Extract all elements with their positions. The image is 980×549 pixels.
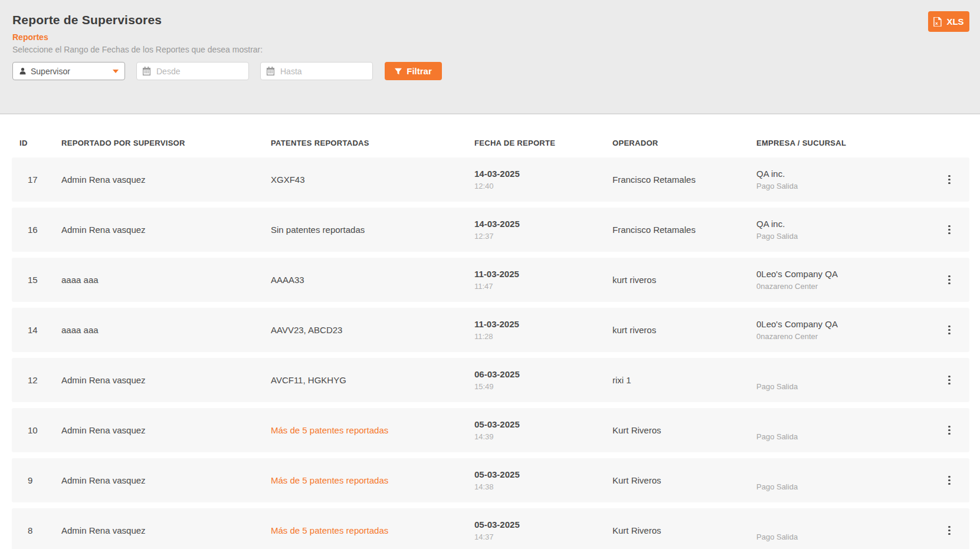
row-id: 16 [19, 225, 61, 235]
row-actions-kebab-menu-icon[interactable] [929, 369, 969, 392]
row-operador: kurt riveros [612, 275, 756, 285]
row-patentes: AAVV23, ABCD23 [271, 325, 474, 335]
row-empresa [756, 369, 929, 380]
row-sucursal: Pago Salida [756, 432, 929, 442]
export-xls-button[interactable]: x XLS [928, 11, 969, 32]
row-operador: kurt riveros [612, 325, 756, 335]
table-row: 9 Admin Rena vasquez Más de 5 patentes r… [12, 458, 969, 502]
column-header-supervisor: REPORTADO POR SUPERVISOR [61, 139, 271, 147]
user-icon [19, 67, 27, 75]
row-id: 8 [19, 525, 61, 535]
row-hora: 11:28 [474, 331, 612, 341]
row-operador: Kurt Riveros [612, 425, 756, 435]
report-table: ID REPORTADO POR SUPERVISOR PATENTES REP… [0, 139, 980, 549]
export-xls-label: XLS [946, 17, 963, 27]
caret-down-icon [113, 70, 119, 73]
table-row: 14 aaaa aaa AAVV23, ABCD23 11-03-2025 11… [12, 308, 969, 352]
hasta-date-input[interactable] [260, 62, 373, 80]
row-supervisor: Admin Rena vasquez [61, 175, 271, 185]
row-empresa-sucursal: QA inc. Pago Salida [756, 218, 929, 241]
row-actions-kebab-menu-icon[interactable] [929, 168, 969, 192]
row-fecha: 11-03-2025 [474, 318, 612, 330]
row-empresa-sucursal: QA inc. Pago Salida [756, 168, 929, 191]
row-hora: 11:47 [474, 281, 612, 291]
row-empresa: QA inc. [756, 218, 929, 229]
row-fecha-reporte: 05-03-2025 14:38 [474, 469, 612, 492]
filtrar-button-label: Filtrar [407, 66, 432, 76]
row-hora: 14:39 [474, 432, 612, 442]
breadcrumb-reportes[interactable]: Reportes [12, 32, 969, 42]
table-header-row: ID REPORTADO POR SUPERVISOR PATENTES REP… [12, 139, 969, 147]
filtrar-button[interactable]: Filtrar [385, 62, 442, 80]
row-operador: Francisco Retamales [612, 175, 756, 185]
row-sucursal: 0nazareno Center [756, 331, 929, 341]
table-row: 17 Admin Rena vasquez XGXF43 14-03-2025 … [12, 157, 969, 202]
row-supervisor: aaaa aaa [61, 325, 271, 335]
row-actions-kebab-menu-icon[interactable] [929, 268, 969, 292]
row-actions-kebab-menu-icon[interactable] [929, 519, 969, 543]
row-actions-kebab-menu-icon[interactable] [929, 218, 969, 242]
xls-file-icon: x [933, 17, 942, 27]
row-fecha: 14-03-2025 [474, 168, 612, 179]
filter-funnel-icon [395, 68, 402, 75]
row-fecha: 06-03-2025 [474, 369, 612, 380]
row-id: 10 [19, 425, 61, 435]
row-actions-kebab-menu-icon[interactable] [929, 318, 969, 342]
row-fecha: 11-03-2025 [474, 268, 612, 280]
row-sucursal: Pago Salida [756, 482, 929, 492]
top-panel: Reporte de Supervisores Reportes Selecci… [0, 0, 980, 114]
row-patentes[interactable]: Más de 5 patentes reportadas [271, 525, 474, 535]
row-empresa [756, 519, 929, 530]
date-range-instruction: Seleccione el Rango de Fechas de los Rep… [12, 45, 969, 54]
row-empresa-sucursal: Pago Salida [756, 469, 929, 492]
table-body: 17 Admin Rena vasquez XGXF43 14-03-2025 … [12, 157, 969, 549]
row-actions-kebab-menu-icon[interactable] [929, 419, 969, 442]
row-patentes[interactable]: Más de 5 patentes reportadas [271, 425, 474, 435]
row-empresa: 0Leo's Company QA [756, 268, 929, 280]
row-empresa-sucursal: Pago Salida [756, 519, 929, 542]
row-id: 14 [19, 325, 61, 335]
supervisor-select[interactable]: Supervisor [12, 62, 125, 80]
row-patentes: AAAA33 [271, 275, 474, 285]
row-supervisor: Admin Rena vasquez [61, 225, 271, 235]
row-fecha-reporte: 11-03-2025 11:28 [474, 318, 612, 341]
row-empresa: 0Leo's Company QA [756, 318, 929, 330]
row-fecha-reporte: 05-03-2025 14:39 [474, 419, 612, 442]
row-fecha-reporte: 14-03-2025 12:40 [474, 168, 612, 191]
row-fecha: 14-03-2025 [474, 218, 612, 229]
row-sucursal: Pago Salida [756, 181, 929, 191]
row-fecha: 05-03-2025 [474, 519, 612, 530]
supervisor-select-value: Supervisor [31, 67, 113, 76]
table-row: 12 Admin Rena vasquez AVCF11, HGKHYG 06-… [12, 358, 969, 402]
row-fecha-reporte: 11-03-2025 11:47 [474, 268, 612, 291]
row-operador: Kurt Riveros [612, 525, 756, 535]
row-hora: 12:37 [474, 231, 612, 241]
row-patentes[interactable]: Más de 5 patentes reportadas [271, 475, 474, 485]
row-actions-kebab-menu-icon[interactable] [929, 469, 969, 492]
row-empresa: QA inc. [756, 168, 929, 179]
row-supervisor: Admin Rena vasquez [61, 425, 271, 435]
svg-text:x: x [936, 20, 939, 25]
row-sucursal: 0nazareno Center [756, 281, 929, 291]
column-header-operador: OPERADOR [612, 139, 756, 147]
row-empresa [756, 469, 929, 480]
row-supervisor: Admin Rena vasquez [61, 375, 271, 385]
row-patentes: XGXF43 [271, 175, 474, 185]
table-row: 16 Admin Rena vasquez Sin patentes repor… [12, 208, 969, 252]
table-row: 8 Admin Rena vasquez Más de 5 patentes r… [12, 508, 969, 549]
row-fecha: 05-03-2025 [474, 419, 612, 430]
row-id: 12 [19, 375, 61, 385]
row-hora: 14:37 [474, 532, 612, 542]
calendar-icon [266, 67, 275, 75]
desde-field-wrap [136, 62, 249, 80]
column-header-empresa: EMPRESA / SUCURSAL [756, 139, 929, 147]
row-patentes: Sin patentes reportadas [271, 225, 474, 235]
row-sucursal: Pago Salida [756, 231, 929, 241]
row-fecha-reporte: 06-03-2025 15:49 [474, 369, 612, 392]
row-sucursal: Pago Salida [756, 532, 929, 542]
table-row: 10 Admin Rena vasquez Más de 5 patentes … [12, 408, 969, 452]
row-supervisor: Admin Rena vasquez [61, 475, 271, 485]
row-fecha-reporte: 14-03-2025 12:37 [474, 218, 612, 241]
row-hora: 14:38 [474, 482, 612, 492]
desde-date-input[interactable] [136, 62, 249, 80]
